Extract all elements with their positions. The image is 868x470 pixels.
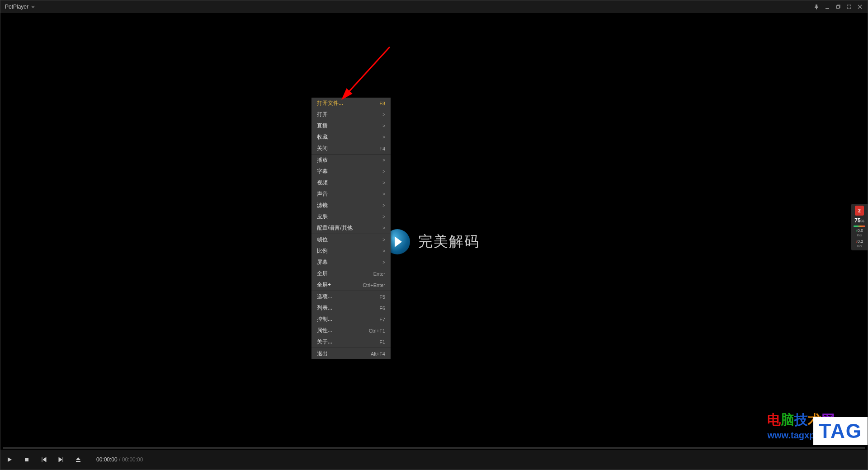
menu-item[interactable]: 选项...F5 bbox=[311, 291, 391, 302]
menu-item-label: 播放 bbox=[317, 156, 328, 164]
window-controls bbox=[811, 2, 865, 12]
menu-item[interactable]: 帧位> bbox=[311, 234, 391, 245]
close-button[interactable] bbox=[855, 2, 865, 12]
center-logo: 完美解码 bbox=[385, 229, 480, 254]
shield-badge: 2 bbox=[854, 206, 865, 216]
submenu-arrow-icon: > bbox=[382, 192, 385, 197]
eject-button[interactable] bbox=[74, 455, 83, 464]
menu-item[interactable]: 打开> bbox=[311, 109, 391, 120]
menu-shortcut: F3 bbox=[379, 101, 385, 106]
previous-button[interactable] bbox=[39, 455, 48, 464]
time-display: 00:00:00 / 00:00:00 bbox=[96, 456, 143, 463]
menu-item-label: 全屏 bbox=[317, 270, 328, 277]
menu-item[interactable]: 视频> bbox=[311, 177, 391, 188]
menu-shortcut: F1 bbox=[379, 339, 385, 345]
control-bar: 00:00:00 / 00:00:00 bbox=[0, 450, 868, 470]
submenu-arrow-icon: > bbox=[382, 135, 385, 140]
menu-item-label: 滤镜 bbox=[317, 202, 328, 209]
fullscreen-button[interactable] bbox=[844, 2, 854, 12]
menu-item-label: 声音 bbox=[317, 190, 328, 198]
context-menu: 打开文件...F3打开>直播>收藏>关闭F4播放>字幕>视频>声音>滤镜>皮肤>… bbox=[311, 98, 391, 359]
menu-item-label: 直播 bbox=[317, 122, 328, 130]
menu-item-label: 配置/语言/其他 bbox=[317, 224, 353, 232]
menu-shortcut: F7 bbox=[379, 317, 385, 322]
menu-shortcut: F6 bbox=[379, 306, 385, 311]
svg-rect-4 bbox=[76, 461, 80, 462]
menu-item[interactable]: 字幕> bbox=[311, 166, 391, 177]
menu-shortcut: F4 bbox=[379, 146, 385, 151]
menu-item[interactable]: 列表...F6 bbox=[311, 302, 391, 314]
svg-rect-0 bbox=[826, 8, 829, 9]
menu-item[interactable]: 控制...F7 bbox=[311, 314, 391, 325]
titlebar: PotPlayer bbox=[0, 0, 868, 13]
menu-item-label: 比例 bbox=[317, 247, 328, 255]
submenu-arrow-icon: > bbox=[382, 237, 385, 242]
menu-item[interactable]: 全屏+Ctrl+Enter bbox=[311, 279, 391, 291]
menu-item[interactable]: 属性...Ctrl+F1 bbox=[311, 325, 391, 336]
minimize-button[interactable] bbox=[822, 2, 832, 12]
next-button[interactable] bbox=[57, 455, 66, 464]
submenu-arrow-icon: > bbox=[382, 249, 385, 254]
menu-item[interactable]: 打开文件...F3 bbox=[311, 98, 391, 109]
submenu-arrow-icon: > bbox=[382, 123, 385, 128]
menu-item-label: 控制... bbox=[317, 315, 332, 323]
menu-item[interactable]: 直播> bbox=[311, 120, 391, 132]
time-total: 00:00:00 bbox=[122, 456, 143, 463]
time-current: 00:00:00 bbox=[96, 456, 118, 463]
svg-rect-3 bbox=[25, 458, 28, 461]
play-button[interactable] bbox=[5, 455, 14, 464]
menu-item-label: 列表... bbox=[317, 304, 332, 312]
submenu-arrow-icon: > bbox=[382, 158, 385, 163]
menu-item[interactable]: 滤镜> bbox=[311, 200, 391, 211]
menu-item-label: 收藏 bbox=[317, 133, 328, 141]
menu-shortcut: Ctrl+Enter bbox=[363, 282, 385, 288]
chevron-down-icon bbox=[31, 5, 35, 9]
menu-item-label: 帧位 bbox=[317, 236, 328, 244]
stop-button[interactable] bbox=[22, 455, 31, 464]
menu-item[interactable]: 播放> bbox=[311, 155, 391, 166]
menu-shortcut: Ctrl+F1 bbox=[369, 328, 385, 334]
submenu-arrow-icon: > bbox=[382, 260, 385, 265]
video-area[interactable]: 完美解码 bbox=[0, 13, 868, 448]
menu-item-label: 屏幕 bbox=[317, 258, 328, 266]
submenu-arrow-icon: > bbox=[382, 180, 385, 185]
menu-item[interactable]: 配置/语言/其他> bbox=[311, 222, 391, 234]
menu-item[interactable]: 声音> bbox=[311, 188, 391, 200]
submenu-arrow-icon: > bbox=[382, 169, 385, 174]
menu-item-label: 属性... bbox=[317, 327, 332, 334]
menu-item[interactable]: 收藏> bbox=[311, 132, 391, 143]
network-monitor-widget[interactable]: 2 75% ↑0.0K/s ↓0.2K/s bbox=[851, 204, 868, 250]
menu-item[interactable]: 退出Alt+F4 bbox=[311, 348, 391, 359]
usage-bar bbox=[854, 226, 865, 227]
upload-speed: ↑0.0K/s bbox=[856, 229, 863, 238]
usage-percent: 75% bbox=[854, 217, 864, 224]
menu-item-label: 关闭 bbox=[317, 145, 328, 152]
menu-item-label: 皮肤 bbox=[317, 213, 328, 221]
download-speed: ↓0.2K/s bbox=[856, 240, 863, 249]
menu-item-label: 关于... bbox=[317, 338, 332, 346]
app-title-dropdown[interactable]: PotPlayer bbox=[3, 4, 35, 10]
menu-item-label: 退出 bbox=[317, 350, 328, 357]
menu-item[interactable]: 全屏Enter bbox=[311, 268, 391, 279]
menu-item-label: 视频 bbox=[317, 179, 328, 187]
menu-item-label: 选项... bbox=[317, 293, 332, 301]
menu-item[interactable]: 皮肤> bbox=[311, 211, 391, 222]
menu-item-label: 打开 bbox=[317, 111, 328, 118]
pin-button[interactable] bbox=[811, 2, 821, 12]
menu-item[interactable]: 比例> bbox=[311, 245, 391, 257]
restore-button[interactable] bbox=[833, 2, 843, 12]
seekbar[interactable] bbox=[3, 447, 865, 449]
menu-item[interactable]: 屏幕> bbox=[311, 257, 391, 268]
seekbar-container bbox=[0, 446, 868, 450]
menu-item[interactable]: 关于...F1 bbox=[311, 336, 391, 348]
logo-text: 完美解码 bbox=[418, 232, 480, 252]
submenu-arrow-icon: > bbox=[382, 203, 385, 208]
svg-rect-1 bbox=[837, 6, 840, 9]
submenu-arrow-icon: > bbox=[382, 214, 385, 219]
menu-shortcut: Alt+F4 bbox=[371, 351, 385, 357]
menu-item-label: 全屏+ bbox=[317, 281, 331, 289]
app-title: PotPlayer bbox=[5, 4, 28, 10]
menu-item-label: 字幕 bbox=[317, 168, 328, 175]
submenu-arrow-icon: > bbox=[382, 112, 385, 117]
menu-item[interactable]: 关闭F4 bbox=[311, 143, 391, 154]
